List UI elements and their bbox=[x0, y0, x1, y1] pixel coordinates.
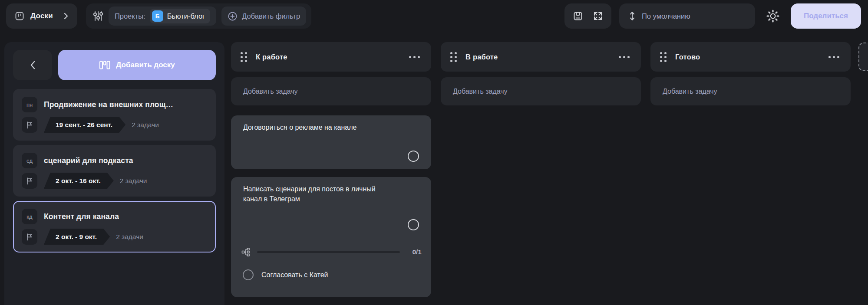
collapse-sidebar-button[interactable] bbox=[13, 50, 52, 80]
task-card[interactable]: Договориться о рекламе на канале bbox=[231, 115, 431, 169]
add-task-button[interactable]: Добавить задачу bbox=[441, 77, 641, 105]
project-filter-chip[interactable]: Проекты: Б Бьюти-блог bbox=[109, 7, 216, 26]
more-options-icon[interactable] bbox=[828, 53, 839, 61]
projects-filter-label: Проекты: bbox=[115, 12, 145, 20]
project-name: Бьюти-блог bbox=[167, 12, 205, 20]
board-item-title-row: пн Продвижение на внешних площ… bbox=[22, 97, 207, 112]
sprint-dates-chip: 2 окт. - 16 окт. bbox=[41, 173, 114, 189]
progress-count: 0/1 bbox=[404, 248, 422, 256]
sidebar-board-item[interactable]: сд сценарий для подкаста 2 окт. - 16 окт… bbox=[13, 145, 216, 197]
more-options-icon[interactable] bbox=[619, 53, 630, 61]
tasks-count: 2 задачи bbox=[120, 177, 147, 185]
task-title: Договориться о рекламе на канале bbox=[243, 123, 394, 133]
subtask-title: Согласовать с Катей bbox=[261, 271, 328, 279]
share-button[interactable]: Поделиться bbox=[791, 3, 861, 29]
flag-icon bbox=[22, 117, 37, 133]
task-card[interactable]: Написать сценарии для постов в личный ка… bbox=[231, 177, 431, 297]
board-initials-badge: кд bbox=[22, 209, 37, 224]
plus-circle-icon bbox=[228, 11, 238, 21]
board-item-title-row: кд Контент для канала bbox=[22, 209, 207, 224]
subtasks-progress-row: 0/1 bbox=[241, 247, 422, 257]
more-options-icon[interactable] bbox=[409, 53, 420, 61]
board-title: Контент для канала bbox=[44, 212, 119, 221]
boards-label: Доски bbox=[30, 12, 53, 20]
board-initials-badge: сд bbox=[22, 153, 37, 168]
board-item-title-row: сд сценарий для подкаста bbox=[22, 153, 207, 168]
drag-handle-icon[interactable] bbox=[241, 52, 247, 62]
flag-icon bbox=[22, 229, 37, 245]
subtasks-icon bbox=[241, 247, 257, 257]
sidebar-header: Добавить доску bbox=[13, 50, 216, 80]
kanban-column: В работе Добавить задачу bbox=[441, 42, 641, 297]
add-board-label: Добавить доску bbox=[116, 61, 175, 69]
add-task-button[interactable]: Добавить задачу bbox=[650, 77, 851, 105]
board-item-meta-row: 19 сент. - 26 сент. 2 задачи bbox=[22, 117, 207, 133]
filter-sliders-icon[interactable] bbox=[93, 10, 103, 22]
column-header[interactable]: К работе bbox=[231, 42, 431, 72]
sort-vertical-icon bbox=[629, 10, 636, 22]
sprint-dates-chip: 2 окт. - 9 окт. bbox=[41, 229, 110, 245]
boards-sidebar: Добавить доску пн Продвижение на внешних… bbox=[4, 42, 224, 305]
flag-icon bbox=[22, 173, 37, 189]
toolbar-right-group: По умолчанию bbox=[564, 3, 862, 29]
chevron-right-icon[interactable] bbox=[63, 12, 69, 20]
view-actions-box bbox=[564, 3, 611, 29]
board-item-meta-row: 2 окт. - 16 окт. 2 задачи bbox=[22, 173, 207, 189]
sort-dropdown[interactable]: По умолчанию bbox=[619, 3, 755, 29]
drag-handle-icon[interactable] bbox=[450, 52, 457, 62]
drag-handle-icon[interactable] bbox=[660, 52, 667, 62]
tasks-count: 2 задачи bbox=[116, 233, 143, 241]
share-label: Поделиться bbox=[804, 12, 848, 20]
board-item-meta-row: 2 окт. - 9 окт. 2 задачи bbox=[22, 229, 207, 245]
save-icon[interactable] bbox=[573, 11, 583, 21]
add-task-label: Добавить задачу bbox=[453, 88, 508, 95]
subtask-row[interactable]: Согласовать с Катей bbox=[243, 269, 328, 280]
task-checkbox[interactable] bbox=[408, 219, 419, 230]
kanban-column: К работе Добавить задачу Договориться о … bbox=[231, 42, 431, 297]
task-title: Написать сценарии для постов в личный ка… bbox=[243, 184, 394, 204]
column-title: В работе bbox=[465, 53, 610, 61]
filter-bar: Проекты: Б Бьюти-блог Добавить фильтр bbox=[86, 3, 311, 29]
add-filter-label: Добавить фильтр bbox=[242, 12, 300, 20]
top-toolbar: Доски Проекты: Б Бьюти-блог bbox=[0, 0, 868, 32]
add-task-button[interactable]: Добавить задачу bbox=[231, 77, 431, 105]
add-filter-button[interactable]: Добавить фильтр bbox=[221, 7, 306, 26]
add-column-placeholder[interactable] bbox=[858, 43, 868, 71]
sort-value: По умолчанию bbox=[642, 12, 690, 20]
board-title: сценарий для подкаста bbox=[44, 156, 133, 165]
task-checkbox[interactable] bbox=[408, 151, 419, 162]
expand-fullscreen-icon[interactable] bbox=[593, 11, 603, 21]
add-board-button[interactable]: Добавить доску bbox=[58, 50, 216, 80]
add-task-label: Добавить задачу bbox=[243, 88, 298, 95]
chevron-left-icon bbox=[30, 60, 36, 70]
sprint-dates-chip: 19 сент. - 26 сент. bbox=[41, 117, 125, 133]
tasks-count: 2 задачи bbox=[132, 121, 159, 129]
sidebar-board-item-selected[interactable]: кд Контент для канала 2 окт. - 9 окт. 2 … bbox=[13, 201, 216, 253]
kanban-column: Готово Добавить задачу bbox=[650, 42, 851, 297]
column-title: Готово bbox=[675, 53, 820, 61]
kanban-board: К работе Добавить задачу Договориться о … bbox=[231, 42, 851, 297]
project-value[interactable]: Б Бьюти-блог bbox=[150, 9, 210, 23]
column-title: К работе bbox=[256, 53, 400, 61]
boards-menu-button[interactable]: Доски bbox=[6, 3, 77, 29]
settings-button[interactable] bbox=[763, 9, 783, 23]
board-initials-badge: пн bbox=[22, 97, 37, 112]
column-header[interactable]: Готово bbox=[650, 42, 851, 72]
sidebar-board-item[interactable]: пн Продвижение на внешних площ… 19 сент.… bbox=[13, 89, 216, 141]
add-board-icon bbox=[99, 60, 110, 70]
board-title: Продвижение на внешних площ… bbox=[44, 100, 173, 109]
column-header[interactable]: В работе bbox=[441, 42, 641, 72]
progress-bar bbox=[257, 251, 400, 253]
project-avatar-badge: Б bbox=[152, 10, 163, 22]
subtask-checkbox[interactable] bbox=[243, 269, 254, 280]
kanban-board-icon bbox=[15, 11, 24, 21]
add-task-label: Добавить задачу bbox=[663, 88, 717, 95]
gear-icon bbox=[766, 9, 780, 23]
